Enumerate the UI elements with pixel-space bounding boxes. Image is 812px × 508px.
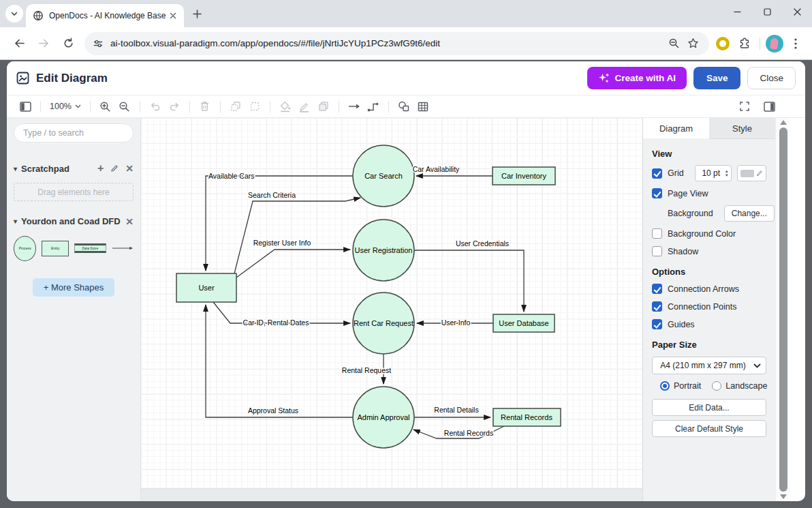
paper-size-value: A4 (210 mm x 297 mm) bbox=[653, 361, 753, 370]
arrow-tool-icon[interactable] bbox=[345, 98, 363, 115]
tab-close-icon[interactable] bbox=[168, 10, 178, 21]
grid-checkbox[interactable] bbox=[652, 168, 662, 179]
flow-user-credentials[interactable] bbox=[414, 250, 524, 312]
collapse-triangle-icon[interactable]: ▾ bbox=[14, 218, 17, 225]
maximize-icon[interactable] bbox=[752, 0, 782, 23]
undo-icon[interactable] bbox=[146, 98, 164, 115]
entity-shape[interactable]: Entity bbox=[42, 241, 69, 256]
guides-checkbox[interactable] bbox=[652, 319, 662, 329]
flow-register-user-info[interactable] bbox=[236, 250, 350, 278]
flow-available-cars[interactable] bbox=[206, 176, 353, 271]
fullscreen-icon[interactable] bbox=[736, 98, 753, 115]
palette-close-icon[interactable]: ✕ bbox=[125, 217, 134, 226]
site-settings-icon[interactable] bbox=[93, 38, 104, 49]
zoom-out-icon[interactable] bbox=[116, 98, 134, 115]
paste-icon[interactable] bbox=[246, 98, 264, 115]
background-color-checkbox[interactable] bbox=[652, 228, 662, 239]
save-button[interactable]: Save bbox=[693, 67, 741, 89]
forward-icon[interactable] bbox=[33, 33, 54, 54]
search-input[interactable] bbox=[14, 123, 134, 143]
more-shapes-button[interactable]: + More Shapes bbox=[33, 278, 114, 297]
table-tool-icon[interactable] bbox=[414, 98, 432, 115]
grid-size-spinner[interactable]: ▲▼ bbox=[722, 170, 731, 177]
paper-size-heading: Paper Size bbox=[652, 340, 766, 350]
minimize-icon[interactable] bbox=[722, 0, 752, 23]
connector-tool-icon[interactable] bbox=[364, 98, 382, 115]
label-rent-car-request: Rent Car Request bbox=[354, 319, 413, 327]
back-icon[interactable] bbox=[9, 33, 29, 54]
line-color-icon[interactable] bbox=[296, 98, 313, 115]
modal-scrollbar[interactable] bbox=[775, 118, 790, 501]
connection-arrows-row: Connection Arrows bbox=[652, 283, 766, 295]
grid-row: Grid 10 pt ▲▼ bbox=[652, 165, 766, 181]
background-change-button[interactable]: Change... bbox=[724, 205, 775, 222]
collapse-triangle-icon[interactable]: ▾ bbox=[14, 165, 17, 173]
landscape-option[interactable]: Landscape bbox=[712, 381, 767, 391]
zoom-in-icon[interactable] bbox=[97, 98, 114, 115]
window-close-icon[interactable] bbox=[782, 0, 812, 23]
menu-kebab-icon[interactable] bbox=[786, 34, 805, 53]
divider bbox=[760, 38, 760, 50]
sidebar-toggle-icon[interactable] bbox=[16, 98, 34, 115]
tab-style[interactable]: Style bbox=[709, 118, 775, 139]
portrait-radio[interactable] bbox=[660, 381, 670, 391]
arrow-shape[interactable] bbox=[112, 245, 134, 251]
browser-url-row: ai-toolbox.visual-paradigm.com/app/opend… bbox=[0, 27, 812, 60]
scratchpad-add-icon[interactable]: + bbox=[97, 163, 104, 174]
scratchpad-drop-area[interactable]: Drag elements here bbox=[14, 183, 134, 201]
shadow-checkbox[interactable] bbox=[652, 246, 662, 256]
scratchpad-close-icon[interactable]: ✕ bbox=[125, 164, 134, 173]
label-car-inventory: Car Inventory bbox=[501, 172, 547, 180]
process-shape[interactable]: Process bbox=[14, 236, 36, 261]
datastore-shape[interactable]: Data Store bbox=[74, 243, 106, 253]
grid-size-input[interactable]: 10 pt ▲▼ bbox=[695, 165, 732, 181]
extension-ring-icon[interactable] bbox=[713, 34, 732, 53]
connection-points-checkbox[interactable] bbox=[652, 301, 662, 312]
edit-diagram-modal: Edit Diagram Create with AI Save Close 1… bbox=[7, 61, 805, 501]
page-view-row: Page View bbox=[652, 188, 766, 199]
flow-search-criteria[interactable] bbox=[234, 198, 360, 273]
guides-label: Guides bbox=[668, 320, 695, 329]
zoom-level-select[interactable]: 100% bbox=[47, 98, 84, 115]
delete-icon[interactable] bbox=[196, 98, 214, 115]
background-row: Background Change... bbox=[652, 205, 766, 222]
connection-arrows-checkbox[interactable] bbox=[652, 284, 662, 294]
grid-color-button[interactable] bbox=[737, 165, 766, 181]
edit-data-button[interactable]: Edit Data... bbox=[652, 399, 766, 416]
create-with-ai-button[interactable]: Create with AI bbox=[587, 67, 687, 89]
tab-search-button[interactable] bbox=[5, 5, 23, 23]
fill-color-icon[interactable] bbox=[277, 98, 294, 115]
flow-label-car-id-rental-dates: Car ID, Rental Dates bbox=[243, 318, 309, 327]
paper-size-select[interactable]: A4 (210 mm x 297 mm) bbox=[652, 357, 766, 374]
page-view-checkbox[interactable] bbox=[652, 188, 662, 198]
scratchpad-edit-icon[interactable] bbox=[110, 164, 119, 173]
scrollbar-thumb[interactable] bbox=[779, 128, 787, 492]
browser-tab[interactable]: OpenDocs - AI Knowledge Base bbox=[26, 4, 184, 27]
clear-default-style-button[interactable]: Clear Default Style bbox=[652, 420, 766, 437]
portrait-option[interactable]: Portrait bbox=[660, 381, 701, 391]
copy-icon[interactable] bbox=[227, 98, 245, 115]
scroll-down-icon[interactable] bbox=[780, 494, 787, 499]
landscape-radio[interactable] bbox=[712, 381, 721, 391]
extensions-puzzle-icon[interactable] bbox=[735, 34, 754, 53]
diagram-canvas[interactable]: Car Search User Registration Rent Car Re… bbox=[141, 118, 642, 501]
chevron-down-icon bbox=[75, 104, 81, 108]
page-zoom-icon[interactable] bbox=[664, 34, 683, 53]
avatar[interactable] bbox=[766, 35, 783, 53]
redo-icon[interactable] bbox=[166, 98, 183, 115]
close-button[interactable]: Close bbox=[747, 67, 796, 89]
label-user-database: User Database bbox=[499, 319, 548, 327]
browser-tab-strip: OpenDocs - AI Knowledge Base bbox=[0, 0, 812, 27]
copy-style-icon[interactable] bbox=[315, 98, 332, 115]
shapes-tool-icon[interactable] bbox=[395, 98, 413, 115]
new-tab-button[interactable] bbox=[188, 5, 206, 23]
flow-label-car-availability: Car Availability bbox=[413, 165, 460, 173]
reload-icon[interactable] bbox=[58, 33, 78, 54]
panel-toggle-icon[interactable] bbox=[760, 98, 778, 115]
sparkle-icon bbox=[598, 72, 610, 84]
palette-title: Yourdon and Coad DFD bbox=[21, 216, 121, 226]
url-bar[interactable]: ai-toolbox.visual-paradigm.com/app/opend… bbox=[84, 32, 709, 55]
scroll-up-icon[interactable] bbox=[780, 120, 787, 125]
bookmark-star-icon[interactable] bbox=[683, 34, 702, 53]
tab-diagram[interactable]: Diagram bbox=[643, 118, 709, 139]
